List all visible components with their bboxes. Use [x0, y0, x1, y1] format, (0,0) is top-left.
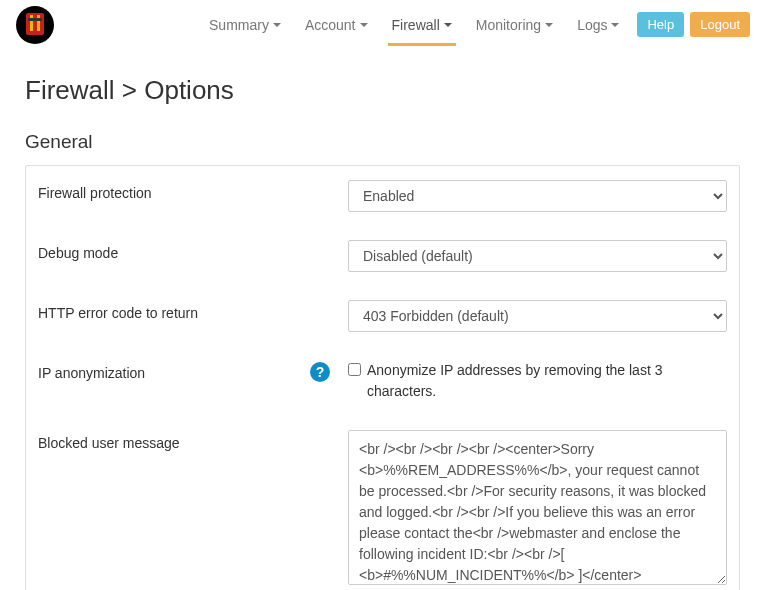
- chevron-down-icon: [444, 23, 452, 27]
- svg-rect-4: [28, 18, 42, 21]
- textarea-blocked-msg[interactable]: [348, 430, 727, 585]
- nav-monitoring[interactable]: Monitoring: [464, 2, 565, 48]
- label-text: IP anonymization: [38, 365, 145, 381]
- help-button[interactable]: Help: [637, 12, 684, 37]
- row-debug-mode: Debug mode Disabled (default): [26, 226, 739, 286]
- chevron-down-icon: [545, 23, 553, 27]
- select-firewall-protection[interactable]: Enabled: [348, 180, 727, 212]
- page-title: Firewall > Options: [25, 75, 740, 106]
- checkbox-ip-anon-label: Anonymize IP addresses by removing the l…: [367, 360, 727, 402]
- row-blocked-msg: Blocked user message: [26, 416, 739, 590]
- select-http-error[interactable]: 403 Forbidden (default): [348, 300, 727, 332]
- label-ip-anon: IP anonymization ?: [38, 360, 348, 381]
- navbar: Summary Account Firewall Monitoring Logs…: [0, 0, 765, 50]
- nav-account[interactable]: Account: [293, 2, 380, 48]
- checkbox-ip-anon-row: Anonymize IP addresses by removing the l…: [348, 360, 727, 402]
- nav-label: Logs: [577, 17, 607, 33]
- label-debug-mode: Debug mode: [38, 240, 348, 261]
- svg-rect-1: [26, 13, 44, 35]
- content: Firewall > Options General Firewall prot…: [0, 50, 765, 590]
- checkbox-ip-anon[interactable]: [348, 363, 361, 376]
- nav-label: Monitoring: [476, 17, 541, 33]
- nav-items: Summary Account Firewall Monitoring Logs…: [75, 2, 750, 48]
- chevron-down-icon: [611, 23, 619, 27]
- general-panel: Firewall protection Enabled Debug mode D…: [25, 165, 740, 590]
- svg-rect-2: [30, 15, 33, 31]
- label-http-error: HTTP error code to return: [38, 300, 348, 321]
- chevron-down-icon: [360, 23, 368, 27]
- help-icon[interactable]: ?: [310, 362, 330, 382]
- row-ip-anon: IP anonymization ? Anonymize IP addresse…: [26, 346, 739, 416]
- nav-label: Summary: [209, 17, 269, 33]
- row-http-error: HTTP error code to return 403 Forbidden …: [26, 286, 739, 346]
- nav-firewall[interactable]: Firewall: [380, 2, 464, 48]
- row-firewall-protection: Firewall protection Enabled: [26, 166, 739, 226]
- logout-button[interactable]: Logout: [690, 12, 750, 37]
- app-logo: [15, 5, 55, 45]
- nav-logs[interactable]: Logs: [565, 2, 631, 48]
- label-firewall-protection: Firewall protection: [38, 180, 348, 201]
- chevron-down-icon: [273, 23, 281, 27]
- nav-label: Account: [305, 17, 356, 33]
- nav-summary[interactable]: Summary: [197, 2, 293, 48]
- label-blocked-msg: Blocked user message: [38, 430, 348, 451]
- section-general-title: General: [25, 131, 740, 153]
- nav-label: Firewall: [392, 17, 440, 33]
- svg-rect-3: [37, 15, 40, 31]
- select-debug-mode[interactable]: Disabled (default): [348, 240, 727, 272]
